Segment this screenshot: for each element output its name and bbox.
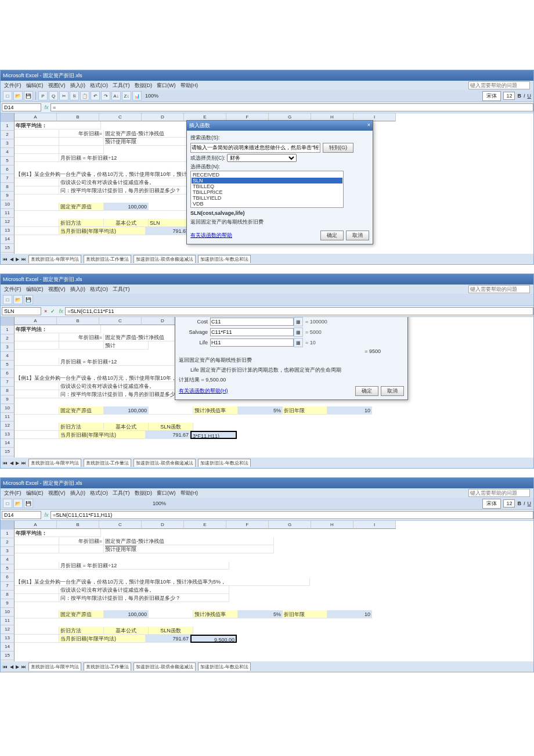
fx-button[interactable]: fx: [57, 308, 65, 314]
open-icon[interactable]: 📂: [13, 295, 23, 304]
menu-format[interactable]: 格式(O): [90, 489, 108, 497]
row-header[interactable]: 12: [1, 218, 15, 226]
name-box[interactable]: [2, 307, 41, 315]
sheet-tab[interactable]: 加速折旧法-年数总和法: [198, 459, 251, 467]
range-picker-icon[interactable]: ▦: [294, 327, 303, 337]
menu-help[interactable]: 帮助(H): [181, 489, 199, 497]
menu-tools[interactable]: 工具(T): [113, 82, 130, 89]
row-header[interactable]: 8: [1, 387, 15, 395]
row-header[interactable]: 5: [1, 157, 15, 165]
save-icon[interactable]: 💾: [24, 295, 33, 304]
cell[interactable]: 791.67: [146, 227, 190, 235]
row-header[interactable]: 11: [1, 209, 15, 218]
menu-help[interactable]: 帮助(H): [181, 82, 199, 89]
row-header[interactable]: 1: [1, 122, 15, 131]
list-item[interactable]: SLN: [192, 178, 342, 183]
category-select[interactable]: 财务: [227, 154, 297, 162]
row-header[interactable]: 9: [1, 192, 15, 200]
cell[interactable]: 固定资产原值: [59, 610, 104, 618]
cell[interactable]: 当月折旧额(年限平均法): [59, 635, 146, 643]
row-header[interactable]: 6: [1, 573, 15, 582]
new-icon[interactable]: □: [3, 295, 12, 304]
cell[interactable]: 100,000: [104, 203, 149, 211]
cell[interactable]: 5%: [238, 406, 283, 415]
row-header[interactable]: 12: [1, 422, 15, 430]
worksheet-grid[interactable]: A B C D E F G H I for(let i=1;i<=29;i++)…: [1, 521, 533, 672]
row-header[interactable]: 5: [1, 564, 15, 573]
font-name[interactable]: 宋体: [482, 91, 501, 101]
row-header[interactable]: 7: [1, 378, 15, 387]
worksheet-grid[interactable]: A B C D E F G H I for(let i=1;i<=29;i++)…: [1, 113, 533, 264]
formula-input[interactable]: [50, 103, 533, 111]
open-icon[interactable]: 📂: [13, 499, 23, 508]
row-header[interactable]: 3: [1, 343, 15, 352]
underline-icon[interactable]: U: [528, 93, 532, 99]
cell[interactable]: 当月折旧额(年限平均法): [59, 227, 146, 235]
row-header[interactable]: 1: [1, 530, 15, 538]
sheet-tab[interactable]: 直线折旧法-年限平均法: [28, 459, 81, 467]
cell[interactable]: 年折旧额=: [59, 537, 104, 545]
italic-icon[interactable]: I: [524, 501, 525, 506]
list-item[interactable]: TBILLEQ: [192, 183, 342, 189]
cell[interactable]: 年折旧额=: [59, 333, 104, 341]
preview-icon[interactable]: Q: [49, 91, 58, 100]
tab-nav-first-icon[interactable]: ⏮: [3, 664, 8, 669]
sort-asc-icon[interactable]: A↓: [111, 91, 121, 100]
tab-nav-prev-icon[interactable]: ◀: [10, 460, 13, 466]
sheet-tab[interactable]: 直线折旧法-工作量法: [84, 663, 132, 671]
cost-input[interactable]: [210, 318, 294, 326]
cell[interactable]: 折旧年限: [283, 406, 327, 415]
row-header[interactable]: 3: [1, 547, 15, 556]
cell[interactable]: 折旧方法: [59, 423, 104, 431]
cell[interactable]: 预计: [104, 341, 149, 350]
row-header[interactable]: 10: [1, 200, 15, 209]
tab-nav-prev-icon[interactable]: ◀: [10, 664, 13, 669]
menu-window[interactable]: 窗口(W): [157, 82, 176, 89]
tab-nav-next-icon[interactable]: ▶: [16, 257, 19, 262]
row-header[interactable]: 14: [1, 439, 15, 448]
row-header[interactable]: 8: [1, 183, 15, 192]
new-icon[interactable]: □: [3, 91, 12, 100]
help-search-input[interactable]: [468, 489, 530, 497]
row-header[interactable]: 11: [1, 617, 15, 625]
row-header[interactable]: 9: [1, 395, 15, 404]
row-header[interactable]: 12: [1, 625, 15, 634]
underline-icon[interactable]: U: [528, 501, 532, 506]
col-header[interactable]: F: [226, 521, 269, 529]
list-item[interactable]: VDB: [192, 201, 342, 207]
menu-view[interactable]: 视图(V): [48, 82, 66, 89]
tab-nav-last-icon[interactable]: ⏭: [21, 257, 26, 262]
paste-icon[interactable]: 📋: [80, 91, 89, 100]
menu-insert[interactable]: 插入(I): [70, 286, 86, 293]
cut-icon[interactable]: ✂: [59, 91, 68, 100]
row-header[interactable]: 2: [1, 538, 15, 547]
sheet-tab[interactable]: 加速折旧法-年数总和法: [198, 663, 251, 671]
col-header[interactable]: G: [269, 521, 311, 529]
row-header[interactable]: 14: [1, 643, 15, 651]
cell[interactable]: SLN函数: [149, 627, 193, 635]
cell[interactable]: 折旧方法: [59, 627, 104, 635]
formula-input[interactable]: [50, 511, 533, 519]
tab-nav-first-icon[interactable]: ⏮: [3, 257, 8, 262]
tab-nav-last-icon[interactable]: ⏭: [21, 460, 26, 466]
menu-insert[interactable]: 插入(I): [70, 82, 86, 89]
cancel-button[interactable]: 取消: [346, 231, 369, 240]
name-box[interactable]: [2, 103, 41, 111]
menu-view[interactable]: 视图(V): [48, 286, 66, 293]
menu-data[interactable]: 数据(D): [135, 82, 153, 89]
cell[interactable]: 【例1】某企业外购一台生产设备，价格10万元，预计使用年限10年，预计净残值率为…: [15, 374, 185, 382]
row-header[interactable]: 6: [1, 369, 15, 378]
save-icon[interactable]: 💾: [24, 91, 33, 100]
col-header[interactable]: A: [15, 317, 57, 325]
cell[interactable]: 10: [327, 610, 372, 618]
row-header[interactable]: 7: [1, 582, 15, 591]
confirm-entry-icon[interactable]: ✓: [49, 308, 57, 314]
function-listbox[interactable]: RECEIVED SLN TBILLEQ TBILLPRICE TBILLYIE…: [190, 171, 344, 208]
life-input[interactable]: [210, 339, 294, 347]
menu-view[interactable]: 视图(V): [48, 489, 66, 497]
cell[interactable]: 10: [327, 406, 372, 415]
cell[interactable]: 5%: [238, 610, 283, 618]
menu-format[interactable]: 格式(O): [90, 286, 108, 293]
help-link[interactable]: 有关该函数的帮助: [190, 232, 232, 239]
cancel-entry-icon[interactable]: ×: [42, 308, 49, 314]
